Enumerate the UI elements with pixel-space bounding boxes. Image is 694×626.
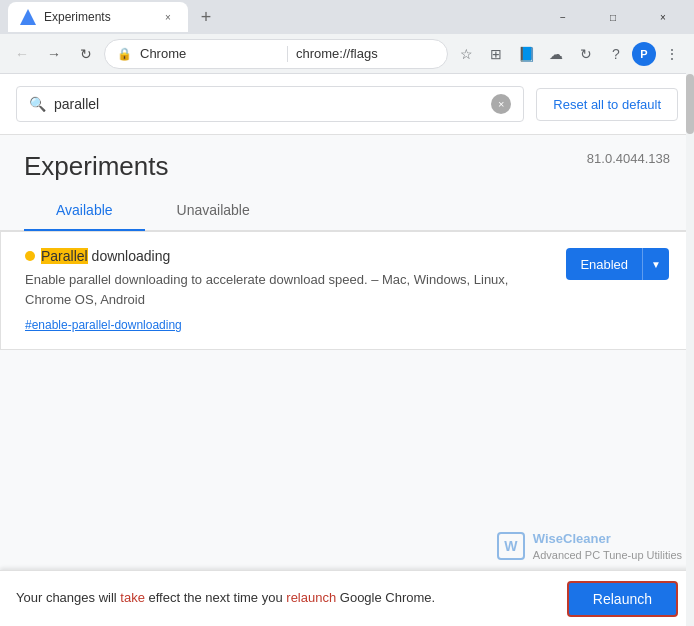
watermark-tagline: Advanced PC Tune-up Utilities — [533, 548, 682, 562]
page-title-area: Experiments 81.0.4044.138 — [0, 135, 694, 182]
watermark: W WiseCleaner Advanced PC Tune-up Utilit… — [485, 523, 694, 570]
tab-close-button[interactable]: × — [160, 9, 176, 25]
watermark-text: WiseCleaner Advanced PC Tune-up Utilitie… — [533, 531, 682, 562]
flag-description: Enable parallel downloading to accelerat… — [25, 270, 550, 309]
watermark-logo: W — [497, 532, 525, 560]
flag-highlight-text: Parallel — [41, 248, 88, 264]
flag-title-suffix: downloading — [92, 248, 171, 264]
profile-avatar[interactable]: P — [632, 42, 656, 66]
extension2-icon[interactable]: ☁ — [542, 40, 570, 68]
tab-unavailable[interactable]: Unavailable — [145, 190, 282, 230]
notification-bar: Your changes will take effect the next t… — [0, 570, 694, 626]
forward-button[interactable]: → — [40, 40, 68, 68]
dropdown-arrow-icon: ▼ — [643, 248, 669, 280]
extension3-icon[interactable]: ↻ — [572, 40, 600, 68]
toolbar: ← → ↻ 🔒 Chrome chrome://flags ☆ ⊞ 📘 ☁ ↻ … — [0, 34, 694, 74]
scrollbar-track — [686, 34, 694, 626]
highlight-take: take — [120, 590, 145, 605]
back-button[interactable]: ← — [8, 40, 36, 68]
close-button[interactable]: × — [640, 0, 686, 34]
tab-available[interactable]: Available — [24, 190, 145, 230]
toolbar-actions: ☆ ⊞ 📘 ☁ ↻ ? P ⋮ — [452, 40, 686, 68]
search-icon: 🔍 — [29, 96, 46, 112]
window-controls: − □ × — [540, 0, 686, 34]
page-title: Experiments — [24, 151, 169, 182]
search-input[interactable]: parallel — [54, 96, 483, 112]
search-clear-button[interactable]: × — [491, 94, 511, 114]
title-bar: Experiments × + − □ × — [0, 0, 694, 34]
relaunch-button[interactable]: Relaunch — [567, 581, 678, 617]
flag-status-dot — [25, 251, 35, 261]
flag-title: Parallel downloading — [41, 248, 170, 264]
lock-icon: 🔒 — [117, 47, 132, 61]
menu-button[interactable]: ⋮ — [658, 40, 686, 68]
address-divider — [287, 46, 288, 62]
empty-content-area — [0, 350, 694, 470]
bookmark-icon[interactable]: ☆ — [452, 40, 480, 68]
flag-link[interactable]: #enable-parallel-downloading — [25, 318, 182, 332]
extension4-icon[interactable]: ? — [602, 40, 630, 68]
version-badge: 81.0.4044.138 — [587, 151, 670, 166]
new-tab-button[interactable]: + — [192, 3, 220, 31]
flag-info: Parallel downloading Enable parallel dow… — [25, 248, 550, 333]
address-bar[interactable]: 🔒 Chrome chrome://flags — [104, 39, 448, 69]
flag-item: Parallel downloading Enable parallel dow… — [0, 231, 694, 350]
notification-text: Your changes will take effect the next t… — [16, 589, 551, 607]
tab-title: Experiments — [44, 10, 111, 24]
search-box[interactable]: 🔍 parallel × — [16, 86, 524, 122]
scrollbar-thumb[interactable] — [686, 74, 694, 134]
tab-navigation: Available Unavailable — [0, 190, 694, 231]
flag-control: Enabled ▼ — [566, 248, 669, 280]
search-area: 🔍 parallel × Reset all to default — [0, 74, 694, 135]
watermark-brand: WiseCleaner — [533, 531, 682, 548]
flags-list: Parallel downloading Enable parallel dow… — [0, 231, 694, 350]
maximize-button[interactable]: □ — [590, 0, 636, 34]
page-content: 🔍 parallel × Reset all to default Experi… — [0, 74, 694, 570]
url-text: chrome://flags — [296, 46, 435, 61]
flag-dropdown-label: Enabled — [566, 248, 643, 280]
minimize-button[interactable]: − — [540, 0, 586, 34]
highlight-relaunch: relaunch — [286, 590, 336, 605]
tab-favicon — [20, 9, 36, 25]
browser-tab[interactable]: Experiments × — [8, 2, 188, 32]
flag-dropdown-button[interactable]: Enabled ▼ — [566, 248, 669, 280]
refresh-button[interactable]: ↻ — [72, 40, 100, 68]
flag-title-row: Parallel downloading — [25, 248, 550, 264]
reset-all-button[interactable]: Reset all to default — [536, 88, 678, 121]
browser-name-label: Chrome — [140, 46, 279, 61]
screen-share-icon[interactable]: ⊞ — [482, 40, 510, 68]
extension1-icon[interactable]: 📘 — [512, 40, 540, 68]
